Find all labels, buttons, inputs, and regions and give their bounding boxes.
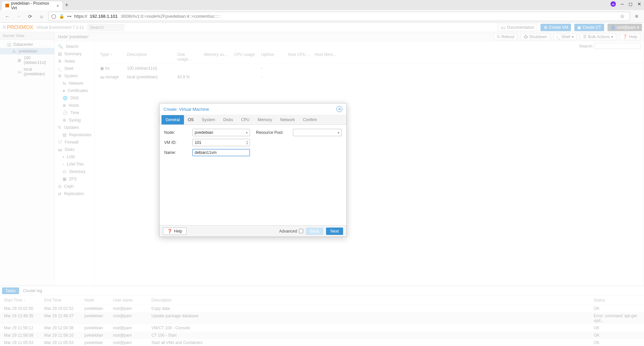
sidebar-item-zfs[interactable]: ▦ZFS — [55, 175, 94, 183]
sidebar-item-updates[interactable]: ↻Updates — [55, 124, 94, 131]
col-hostmem[interactable]: Host Mem... — [313, 52, 339, 62]
sidebar-item-notes[interactable]: 🗎Notes — [55, 58, 94, 65]
sidebar-item-replication[interactable]: ⇄Replication — [55, 190, 94, 197]
wizard-tab-cpu: CPU — [237, 115, 253, 124]
sidebar-item-ceph[interactable]: ◎Ceph — [55, 183, 94, 190]
window-close-icon[interactable]: ✕ — [637, 1, 641, 7]
tab-tasks[interactable]: Tasks — [2, 287, 19, 294]
new-tab-button[interactable]: + — [62, 1, 71, 9]
spinner-icon[interactable]: ▲▼ — [246, 140, 248, 145]
wizard-next-button[interactable]: Next — [326, 228, 343, 235]
col-hostcpu[interactable]: Host CPU ... — [286, 52, 313, 62]
tree-ct-100[interactable]: ▣100 (debian11ct) — [0, 55, 54, 66]
shell-button[interactable]: ›_Shell▾ — [554, 33, 577, 40]
sidebar-item-disks[interactable]: 🖴Disks — [55, 146, 94, 153]
col-start-time[interactable]: Start Time ↓ — [2, 297, 42, 303]
task-row[interactable]: Mar 29 11:58:08Mar 29 11:58:10pvedebianr… — [0, 332, 644, 339]
tasks-panel: Tasks Cluster log Start Time ↓ End Time … — [0, 286, 644, 346]
sidebar-item-syslog[interactable]: ≣Syslog — [55, 116, 94, 124]
bulk-actions-button[interactable]: ☰Bulk Actions▾ — [580, 33, 616, 40]
nav-forward-button[interactable]: → — [14, 12, 23, 21]
col-description[interactable]: Description — [125, 52, 175, 62]
wizard-help-button[interactable]: ❓Help — [163, 228, 187, 235]
task-row[interactable]: Mar 29 11:58:12Mar 29 12:00:38pvedebianr… — [0, 324, 644, 332]
refresh-icon: ↻ — [58, 125, 61, 130]
create-ct-button[interactable]: ▣Create CT — [574, 24, 604, 31]
global-search-input[interactable] — [87, 24, 124, 31]
browser-tab[interactable]: pvedebian - Proxmox Virt × — [2, 1, 62, 10]
node-select[interactable]: pvedebian▾ — [192, 129, 250, 136]
col-cpu[interactable]: CPU usage — [232, 52, 259, 62]
task-row[interactable]: Mar 29 15:02:50Mar 29 15:02:52pvedebianr… — [0, 305, 644, 312]
sidebar-item-lvm-thin[interactable]: ▫LVM-Thin — [55, 161, 94, 168]
proxmox-logo: ✕PROXMOX — [2, 24, 33, 30]
tasks-header: Start Time ↓ End Time Node User name Des… — [0, 295, 644, 305]
task-row[interactable]: Mar 29 12:46:35Mar 29 12:46:37pvedebianr… — [0, 312, 644, 324]
window-minimize-icon[interactable]: ─ — [621, 1, 624, 7]
nav-home-button[interactable]: ⌂ — [37, 12, 46, 21]
nav-back-button[interactable]: ← — [3, 12, 12, 21]
wizard-tab-confirm: Confirm — [299, 115, 321, 124]
sidebar-item-system[interactable]: ⚙System — [55, 72, 94, 80]
browser-menu-button[interactable]: ≡ — [632, 13, 641, 19]
col-memory[interactable]: Memory us... — [202, 52, 232, 62]
sidebar-item-summary[interactable]: ▤Summary — [55, 50, 94, 58]
help-icon: ❓ — [167, 229, 172, 234]
sidebar-item-hosts[interactable]: ≣Hosts — [55, 102, 94, 109]
reboot-button[interactable]: ↻Reboot — [494, 33, 518, 40]
col-uptime[interactable]: Uptime — [259, 52, 286, 62]
wizard-tab-disks: Disks — [219, 115, 237, 124]
node-sidebar: 🔍Search ▤Summary 🗎Notes ›_Shell ⚙System … — [55, 41, 95, 286]
vmid-input[interactable]: 101▲▼ — [192, 139, 250, 146]
node-title: Node 'pvedebian' — [58, 34, 89, 39]
sidebar-item-repositories[interactable]: ▤Repositories — [55, 131, 94, 139]
modal-close-button[interactable]: ✕ — [336, 106, 342, 112]
window-maximize-icon[interactable]: ◻ — [629, 1, 633, 7]
sidebar-item-lvm[interactable]: ▪LVM — [55, 153, 94, 161]
table-row[interactable]: ▣ lxc 100 (debian11ct) - — [95, 64, 644, 73]
browser-titlebar: pvedebian - Proxmox Virt × + ∞ ─ ◻ ✕ — [0, 0, 644, 10]
documentation-button[interactable]: 📖Documentation — [498, 24, 537, 31]
help-button[interactable]: ❓Help — [620, 33, 640, 40]
wizard-tab-general[interactable]: General — [162, 115, 184, 124]
sidebar-item-network[interactable]: ⇆Network — [55, 80, 94, 87]
resource-pool-select[interactable]: ▾ — [293, 129, 342, 136]
table-row[interactable]: 🖴 storage local (pvedebian) 43.9 % - — [95, 73, 644, 81]
extension-icon[interactable]: ∞ — [610, 1, 616, 7]
task-row[interactable]: Mar 29 11:05:53Mar 29 11:05:53pvedebianr… — [0, 339, 644, 346]
server-icon: 🖧 — [12, 49, 17, 54]
col-node[interactable]: Node — [82, 297, 111, 303]
tree-datacenter[interactable]: 🏢Datacenter — [0, 41, 54, 48]
col-user[interactable]: User name — [111, 297, 149, 303]
tree-storage-local[interactable]: 🖴local (pvedebian) — [0, 66, 54, 77]
sidebar-item-directory[interactable]: 🗀Directory — [55, 168, 94, 175]
col-description[interactable]: Description — [149, 297, 592, 303]
tab-cluster-log[interactable]: Cluster log — [20, 287, 46, 294]
sidebar-item-dns[interactable]: 🌐DNS — [55, 94, 94, 102]
tab-close-icon[interactable]: × — [56, 3, 59, 8]
tree-node-pvedebian[interactable]: 🖧pvedebian — [0, 48, 54, 55]
sidebar-item-time[interactable]: 🕒Time — [55, 109, 94, 116]
sidebar-item-certificates[interactable]: ●Certificates — [55, 87, 94, 94]
create-vm-button[interactable]: 🖥Create VM — [540, 24, 571, 31]
advanced-toggle[interactable]: Advanced — [279, 229, 303, 234]
col-end-time[interactable]: End Time — [42, 297, 82, 303]
table-search-input[interactable] — [594, 43, 641, 49]
name-input[interactable]: debian11vm — [192, 149, 250, 156]
col-disk[interactable]: Disk usage... — [175, 52, 202, 62]
advanced-checkbox[interactable] — [299, 229, 303, 233]
terminal-icon: ›_ — [557, 34, 560, 39]
col-type[interactable]: Type ↑ — [98, 52, 125, 62]
nav-reload-button[interactable]: ⟳ — [25, 12, 35, 21]
col-status[interactable]: Status — [592, 297, 642, 303]
sidebar-item-search[interactable]: 🔍Search — [55, 43, 94, 50]
url-input[interactable]: ◯ 🔒 ⊶ https://192.168.1.101:8006/#v1:0:=… — [48, 12, 630, 21]
user-menu-button[interactable]: 👤root@pam▾ — [607, 24, 642, 31]
wizard-tab-os[interactable]: OS — [184, 115, 198, 124]
bookmark-star-icon[interactable]: ☆ — [618, 13, 627, 19]
sidebar-item-shell[interactable]: ›_Shell — [55, 65, 94, 72]
disk-icon: 🖴 — [17, 69, 22, 74]
browser-address-bar: ← → ⟳ ⌂ ◯ 🔒 ⊶ https://192.168.1.101:8006… — [0, 10, 644, 23]
shutdown-button[interactable]: ⏻Shutdown — [521, 33, 550, 40]
sidebar-item-firewall[interactable]: 🛡Firewall — [55, 139, 94, 146]
